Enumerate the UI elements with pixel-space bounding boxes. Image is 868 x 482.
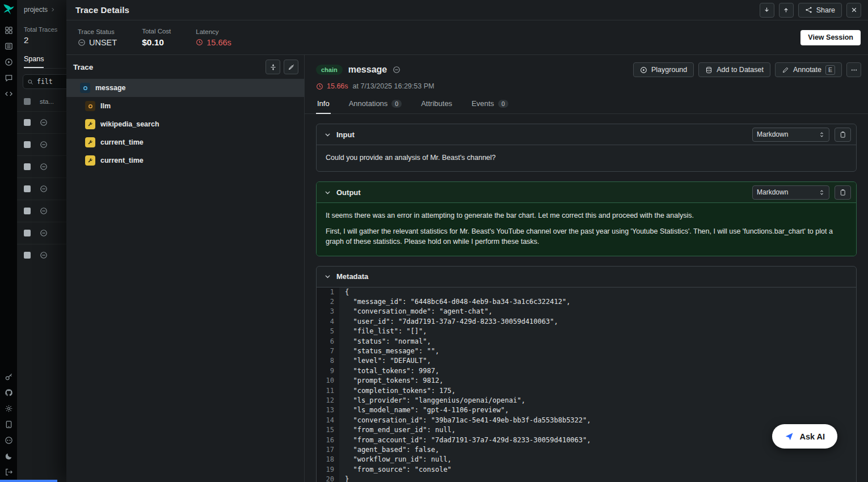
span-time-row: 15.66s at 7/13/2025 16:29:53 PM xyxy=(305,77,868,90)
more-options-button[interactable] xyxy=(846,62,861,77)
projects-tabs: Spans xyxy=(24,53,66,69)
trace-tree-list: messagellmwikipedia_searchcurrent_timecu… xyxy=(66,79,304,170)
trace-row[interactable] xyxy=(17,177,66,200)
play-circle-icon[interactable] xyxy=(5,58,13,66)
share-button[interactable]: Share xyxy=(798,3,842,18)
span-item-message[interactable]: message xyxy=(66,79,304,97)
total-cost-value: $0.10 xyxy=(142,37,171,48)
view-session-button[interactable]: View Session xyxy=(800,30,861,45)
output-title: Output xyxy=(336,188,361,197)
playground-button[interactable]: Playground xyxy=(633,62,694,77)
status-minus-icon xyxy=(40,251,48,259)
column-header-status: sta... xyxy=(40,98,54,105)
copy-output-button[interactable] xyxy=(835,185,851,200)
tablet-icon[interactable] xyxy=(5,420,13,429)
chevron-down-icon[interactable] xyxy=(324,131,331,138)
row-checkbox[interactable] xyxy=(24,185,31,192)
trace-status-label: Trace Status xyxy=(78,28,117,35)
line-number: 9 xyxy=(317,366,339,376)
line-number: 16 xyxy=(317,436,339,445)
trace-row[interactable] xyxy=(17,155,66,177)
span-item-current_time[interactable]: current_time xyxy=(66,151,304,170)
trace-status-stat: Trace Status UNSET xyxy=(78,28,117,47)
code-line: "from_source": "console" xyxy=(339,465,856,475)
phoenix-logo[interactable] xyxy=(2,3,15,16)
span-item-current_time[interactable]: current_time xyxy=(66,133,304,151)
previous-trace-button[interactable] xyxy=(779,3,794,18)
copy-input-button[interactable] xyxy=(835,128,851,142)
code-line: } xyxy=(339,475,856,482)
output-mode-select[interactable]: Markdown xyxy=(752,185,829,200)
chevron-updown-icon xyxy=(819,189,825,196)
close-button[interactable] xyxy=(846,3,861,18)
tab-annotations[interactable]: Annotations0 xyxy=(348,96,403,114)
trace-row[interactable] xyxy=(17,111,66,133)
status-minus-icon xyxy=(393,66,401,74)
next-trace-button[interactable] xyxy=(760,3,774,18)
database-icon xyxy=(705,66,713,74)
trace-row[interactable] xyxy=(17,222,66,244)
line-number: 8 xyxy=(317,356,339,366)
trace-row[interactable] xyxy=(17,244,66,266)
annotate-button[interactable]: Annotate E xyxy=(775,62,842,77)
code-line: "level": "DEFAULT", xyxy=(339,356,856,366)
row-checkbox[interactable] xyxy=(24,208,31,214)
app-root: projects Total Traces 2 Spans filt sta..… xyxy=(0,0,868,482)
row-checkbox[interactable] xyxy=(24,163,31,170)
hide-annotations-button[interactable] xyxy=(284,60,298,74)
line-number: 20 xyxy=(317,475,339,482)
content-row: Trace messagellmwikipedia_searchcurrent_… xyxy=(66,55,868,482)
github-icon[interactable] xyxy=(5,388,13,397)
search-input[interactable]: filt xyxy=(23,74,66,89)
latency-value: 15.66s xyxy=(196,38,231,47)
discord-icon[interactable] xyxy=(5,436,13,445)
row-checkbox[interactable] xyxy=(24,252,31,259)
left-icon-rail xyxy=(0,0,17,482)
output-paragraph: First, I will gather the relevant statis… xyxy=(326,226,847,247)
tab-attributes[interactable]: Attributes xyxy=(420,96,453,114)
code-icon[interactable] xyxy=(5,90,13,98)
pencil-icon xyxy=(782,66,789,74)
trace-row[interactable] xyxy=(17,133,66,155)
row-checkbox[interactable] xyxy=(24,119,31,126)
row-checkbox[interactable] xyxy=(24,141,31,148)
list-icon[interactable] xyxy=(5,42,13,50)
span-item-wikipedia_search[interactable]: wikipedia_search xyxy=(66,115,304,133)
trace-tree-buttons xyxy=(266,60,298,74)
metadata-title: Metadata xyxy=(336,272,368,281)
status-minus-icon xyxy=(40,207,48,215)
moon-icon[interactable] xyxy=(5,452,13,460)
input-card-header: Input Markdown xyxy=(317,124,856,145)
input-text: Could you provide an analysis of Mr. Bea… xyxy=(326,154,496,162)
chevron-down-icon[interactable] xyxy=(324,273,331,280)
breadcrumb-label: projects xyxy=(24,6,48,14)
line-number: 5 xyxy=(317,327,339,336)
chat-icon[interactable] xyxy=(5,74,13,82)
input-title: Input xyxy=(336,130,355,139)
line-number: 12 xyxy=(317,396,339,405)
key-icon[interactable] xyxy=(5,373,13,381)
chevron-down-icon[interactable] xyxy=(324,189,331,196)
trace-row[interactable] xyxy=(17,200,66,222)
input-mode-select[interactable]: Markdown xyxy=(752,128,829,142)
span-item-llm[interactable]: llm xyxy=(66,97,304,115)
span-name: wikipedia_search xyxy=(100,120,159,128)
select-all-checkbox[interactable] xyxy=(24,98,31,105)
span-timestamp: at 7/13/2025 16:29:53 PM xyxy=(353,82,435,90)
tab-spans[interactable]: Spans xyxy=(24,55,44,68)
tab-info[interactable]: Info xyxy=(316,96,331,114)
add-to-dataset-button[interactable]: Add to Dataset xyxy=(698,62,770,77)
ask-ai-button[interactable]: Ask AI xyxy=(772,424,837,449)
clock-icon xyxy=(316,83,323,90)
breadcrumb[interactable]: projects xyxy=(17,0,66,14)
line-number: 3 xyxy=(317,307,339,316)
tab-events[interactable]: Events0 xyxy=(470,96,509,114)
minus-circle-icon xyxy=(78,39,86,46)
collapse-spans-button[interactable] xyxy=(266,60,280,74)
gear-icon[interactable] xyxy=(5,404,13,413)
page-title: Trace Details xyxy=(75,5,129,15)
logout-icon[interactable] xyxy=(5,468,13,476)
line-number: 18 xyxy=(317,455,339,464)
grid-icon[interactable] xyxy=(5,26,13,35)
row-checkbox[interactable] xyxy=(24,230,31,236)
